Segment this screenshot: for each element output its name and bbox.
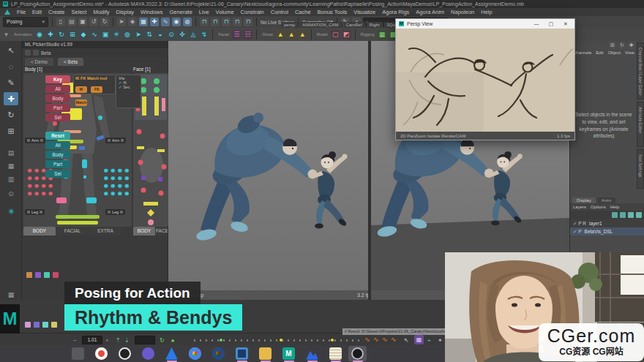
tab-animation-cam[interactable]: ANIMATION_CAM bbox=[299, 22, 342, 28]
redo-icon[interactable]: ↻ bbox=[100, 18, 109, 26]
pose-chip[interactable] bbox=[25, 322, 31, 328]
menu-agora-rigs[interactable]: Agora Rigs bbox=[382, 9, 409, 15]
persp-window-title-bar[interactable]: M Persp View — ▢ ✕ bbox=[396, 19, 574, 29]
shelf-anim-icon[interactable]: ▣ bbox=[100, 30, 110, 39]
mask-deformers-icon[interactable]: ◍ bbox=[183, 18, 192, 26]
snap-surface-icon[interactable]: ⊓ bbox=[244, 18, 252, 26]
curve-icon[interactable]: ∿ bbox=[373, 336, 379, 343]
layer-tab-anim[interactable]: Anim bbox=[597, 197, 616, 203]
zoom-tool-icon[interactable]: ⊙ bbox=[4, 187, 18, 200]
menu-constrain[interactable]: Constrain bbox=[241, 9, 264, 15]
key-sel-button[interactable]: Sel bbox=[45, 113, 70, 121]
taskbar-icon-files[interactable] bbox=[259, 347, 272, 360]
scale-tool-icon[interactable]: ⊞ bbox=[4, 124, 18, 137]
menu-visualize[interactable]: Visualize bbox=[353, 9, 375, 15]
shelf-anim-icon[interactable]: ◬ bbox=[188, 30, 198, 39]
shelf-model-icon[interactable]: ◩ bbox=[342, 30, 351, 39]
shelf-anim-icon[interactable]: ✜ bbox=[177, 30, 187, 39]
picker-tab-beta[interactable]: < Beta bbox=[58, 58, 83, 66]
curve-icon[interactable]: ∿ bbox=[382, 336, 388, 343]
picker-tab-demo[interactable]: < Demo bbox=[25, 58, 53, 66]
mask-joints-icon[interactable]: ✚ bbox=[150, 18, 159, 26]
taskbar-icon-chrome-alt[interactable] bbox=[212, 347, 225, 360]
shelf-facial-icon[interactable]: ☰ bbox=[232, 30, 242, 39]
menu-set-dropdown[interactable]: Posing bbox=[3, 17, 48, 27]
picker-tab-facial[interactable]: FACIAL bbox=[56, 227, 89, 235]
cb-menu-view[interactable]: View bbox=[625, 50, 634, 55]
face-tab-face[interactable]: FACE bbox=[156, 227, 168, 235]
taskbar-icon-pureref[interactable] bbox=[236, 347, 248, 360]
layer-menu-options[interactable]: Options bbox=[591, 205, 606, 209]
loop-icon[interactable]: ↻ bbox=[160, 337, 165, 344]
maximize-button[interactable]: ▢ bbox=[545, 21, 557, 27]
tree-icon[interactable]: ♠ bbox=[171, 337, 174, 344]
menu-display[interactable]: Display bbox=[116, 9, 135, 15]
ikfk-match-button[interactable]: Match bbox=[75, 99, 87, 106]
reset-part-button[interactable]: Part bbox=[45, 160, 70, 168]
side-tab-attribute-editor[interactable]: Attribute Editor bbox=[637, 102, 644, 147]
right-hand-grid[interactable] bbox=[101, 165, 130, 197]
open-scene-icon[interactable]: ▤ bbox=[67, 18, 76, 26]
close-button[interactable]: ✕ bbox=[560, 21, 572, 27]
undo-icon[interactable]: ↺ bbox=[89, 18, 98, 26]
taskbar-icon-obs[interactable] bbox=[351, 347, 364, 360]
key-up-icon[interactable]: ⇡ bbox=[116, 337, 121, 344]
taskbar-icon-maya[interactable]: M bbox=[282, 347, 295, 360]
mask-handles-icon[interactable]: ▦ bbox=[139, 18, 148, 26]
vis-checkbox-sec[interactable]: ✓ Sec bbox=[119, 85, 138, 89]
layer-row[interactable]: ✓ P R layer1 bbox=[570, 219, 644, 227]
select-hierarchy-icon[interactable]: ➤ bbox=[117, 18, 126, 26]
select-object-icon[interactable]: ◈ bbox=[128, 18, 137, 26]
menu-select[interactable]: Select bbox=[72, 9, 87, 15]
layout-single-icon[interactable]: ▤ bbox=[4, 146, 18, 159]
shelf-ghost-icon[interactable]: ▲ bbox=[276, 30, 285, 39]
minimize-button[interactable]: — bbox=[531, 21, 542, 26]
reset-body-button[interactable]: Body bbox=[45, 151, 70, 159]
keyframe-dot-row[interactable] bbox=[192, 339, 360, 342]
menu-napoleon[interactable]: Napoleon bbox=[451, 9, 474, 15]
tab-right[interactable]: Right bbox=[367, 22, 383, 28]
shelf-anim-icon[interactable]: ◍ bbox=[122, 30, 132, 39]
key-yellow[interactable] bbox=[331, 339, 334, 342]
menu-create[interactable]: Create bbox=[48, 9, 65, 15]
viewport-persp[interactable]: Isolate: persp 3.2 fps bbox=[168, 41, 368, 300]
r-foot-bar[interactable] bbox=[57, 221, 98, 225]
shelf-anim-icon[interactable]: ✚ bbox=[45, 30, 55, 39]
picker-tool-icon[interactable] bbox=[33, 50, 39, 56]
key-down-icon[interactable]: ⇣ bbox=[124, 337, 130, 344]
zoom-in-button[interactable]: + bbox=[105, 337, 109, 344]
ikfk-fk-button[interactable]: FK bbox=[91, 86, 102, 93]
shelf-anim-icon[interactable]: ⊙ bbox=[166, 30, 176, 39]
shelf-anim-icon[interactable]: ↻ bbox=[56, 30, 66, 39]
layer-menu-help[interactable]: Help bbox=[610, 205, 619, 209]
picker-tab-body[interactable]: BODY bbox=[23, 227, 56, 235]
r-leg-ikfk-switch[interactable]: Leg bbox=[105, 209, 125, 215]
pose-chip[interactable] bbox=[44, 272, 50, 278]
l-foot-control[interactable] bbox=[56, 197, 67, 203]
menu-volume[interactable]: Volume bbox=[216, 9, 234, 15]
anim-grid-icon[interactable]: ▦ bbox=[414, 335, 424, 344]
cog-control[interactable] bbox=[79, 146, 85, 150]
lasso-tool-icon[interactable]: ◌ bbox=[4, 60, 18, 73]
reset-all-button[interactable]: All bbox=[45, 141, 70, 149]
new-layer-icon[interactable] bbox=[612, 212, 618, 218]
reset-sel-button[interactable]: Sel bbox=[45, 170, 70, 178]
select-tool-icon[interactable]: ↖ bbox=[4, 44, 18, 57]
pose-chip[interactable] bbox=[53, 272, 59, 278]
bolt-icon[interactable]: ⌁ bbox=[427, 337, 431, 344]
shelf-anim-icon[interactable]: ➤ bbox=[133, 30, 143, 39]
pointer-icon[interactable]: ↖ bbox=[404, 337, 409, 344]
shelf-facial-icon[interactable]: ☷ bbox=[243, 30, 252, 39]
r-arm-ikfk-switch[interactable]: Arm bbox=[105, 137, 126, 143]
taskbar-icon-discord[interactable] bbox=[142, 347, 154, 360]
cb-icon[interactable]: ✚ bbox=[628, 42, 635, 49]
shelf-anim-icon[interactable]: ◒ bbox=[155, 30, 165, 39]
menu-control[interactable]: Control bbox=[271, 9, 288, 15]
l-foot-bar[interactable] bbox=[56, 215, 100, 219]
frame-field[interactable]: 1.01 bbox=[82, 336, 102, 344]
taskbar-icon-chrome[interactable] bbox=[189, 347, 201, 360]
shelf-ghost-icon[interactable]: ▲ bbox=[287, 30, 296, 39]
taskbar-icon-maps[interactable] bbox=[95, 347, 108, 360]
ikfk-ik-button[interactable]: IK bbox=[75, 86, 87, 93]
shelf-anim-icon[interactable]: ◆ bbox=[78, 30, 88, 39]
